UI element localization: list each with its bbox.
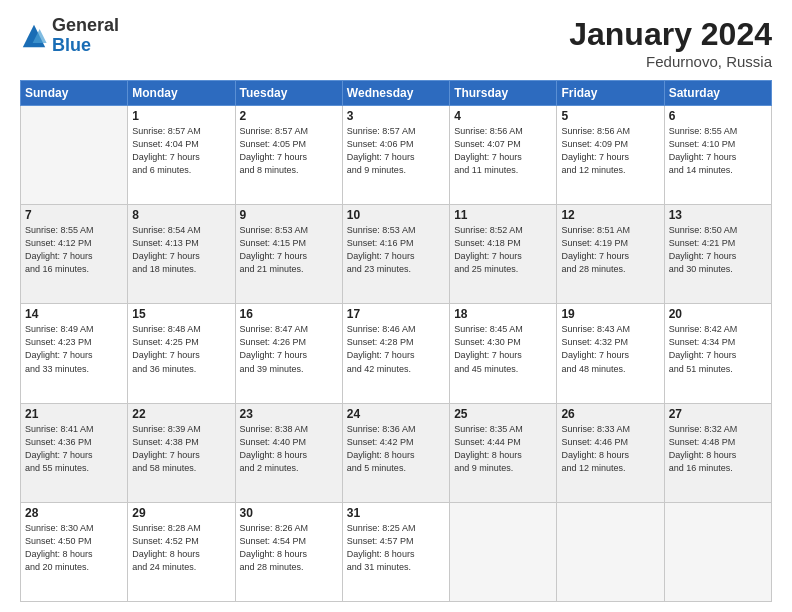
logo: General Blue <box>20 16 119 56</box>
day-info: Sunrise: 8:28 AMSunset: 4:52 PMDaylight:… <box>132 522 230 574</box>
day-number: 7 <box>25 208 123 222</box>
day-info: Sunrise: 8:51 AMSunset: 4:19 PMDaylight:… <box>561 224 659 276</box>
day-info: Sunrise: 8:50 AMSunset: 4:21 PMDaylight:… <box>669 224 767 276</box>
calendar-week-row: 1Sunrise: 8:57 AMSunset: 4:04 PMDaylight… <box>21 106 772 205</box>
day-number: 26 <box>561 407 659 421</box>
day-number: 22 <box>132 407 230 421</box>
table-row: 30Sunrise: 8:26 AMSunset: 4:54 PMDayligh… <box>235 502 342 601</box>
day-info: Sunrise: 8:30 AMSunset: 4:50 PMDaylight:… <box>25 522 123 574</box>
day-info: Sunrise: 8:52 AMSunset: 4:18 PMDaylight:… <box>454 224 552 276</box>
day-number: 30 <box>240 506 338 520</box>
day-info: Sunrise: 8:35 AMSunset: 4:44 PMDaylight:… <box>454 423 552 475</box>
table-row: 19Sunrise: 8:43 AMSunset: 4:32 PMDayligh… <box>557 304 664 403</box>
table-row <box>450 502 557 601</box>
logo-blue-text: Blue <box>52 36 119 56</box>
logo-general-text: General <box>52 16 119 36</box>
table-row: 25Sunrise: 8:35 AMSunset: 4:44 PMDayligh… <box>450 403 557 502</box>
day-number: 28 <box>25 506 123 520</box>
table-row: 8Sunrise: 8:54 AMSunset: 4:13 PMDaylight… <box>128 205 235 304</box>
day-info: Sunrise: 8:57 AMSunset: 4:04 PMDaylight:… <box>132 125 230 177</box>
table-row <box>21 106 128 205</box>
table-row: 9Sunrise: 8:53 AMSunset: 4:15 PMDaylight… <box>235 205 342 304</box>
day-number: 8 <box>132 208 230 222</box>
day-number: 6 <box>669 109 767 123</box>
col-saturday: Saturday <box>664 81 771 106</box>
header: General Blue January 2024 Fedurnovo, Rus… <box>20 16 772 70</box>
table-row <box>664 502 771 601</box>
day-number: 18 <box>454 307 552 321</box>
day-info: Sunrise: 8:57 AMSunset: 4:05 PMDaylight:… <box>240 125 338 177</box>
day-info: Sunrise: 8:41 AMSunset: 4:36 PMDaylight:… <box>25 423 123 475</box>
title-block: January 2024 Fedurnovo, Russia <box>569 16 772 70</box>
day-number: 2 <box>240 109 338 123</box>
day-info: Sunrise: 8:42 AMSunset: 4:34 PMDaylight:… <box>669 323 767 375</box>
day-number: 4 <box>454 109 552 123</box>
table-row: 11Sunrise: 8:52 AMSunset: 4:18 PMDayligh… <box>450 205 557 304</box>
table-row: 27Sunrise: 8:32 AMSunset: 4:48 PMDayligh… <box>664 403 771 502</box>
table-row: 7Sunrise: 8:55 AMSunset: 4:12 PMDaylight… <box>21 205 128 304</box>
day-info: Sunrise: 8:25 AMSunset: 4:57 PMDaylight:… <box>347 522 445 574</box>
col-monday: Monday <box>128 81 235 106</box>
table-row: 28Sunrise: 8:30 AMSunset: 4:50 PMDayligh… <box>21 502 128 601</box>
day-info: Sunrise: 8:26 AMSunset: 4:54 PMDaylight:… <box>240 522 338 574</box>
day-info: Sunrise: 8:46 AMSunset: 4:28 PMDaylight:… <box>347 323 445 375</box>
day-info: Sunrise: 8:48 AMSunset: 4:25 PMDaylight:… <box>132 323 230 375</box>
col-thursday: Thursday <box>450 81 557 106</box>
day-number: 14 <box>25 307 123 321</box>
table-row: 29Sunrise: 8:28 AMSunset: 4:52 PMDayligh… <box>128 502 235 601</box>
day-number: 20 <box>669 307 767 321</box>
col-friday: Friday <box>557 81 664 106</box>
day-number: 29 <box>132 506 230 520</box>
day-number: 31 <box>347 506 445 520</box>
day-number: 19 <box>561 307 659 321</box>
calendar-week-row: 14Sunrise: 8:49 AMSunset: 4:23 PMDayligh… <box>21 304 772 403</box>
day-info: Sunrise: 8:43 AMSunset: 4:32 PMDaylight:… <box>561 323 659 375</box>
month-year: January 2024 <box>569 16 772 53</box>
day-number: 23 <box>240 407 338 421</box>
day-number: 16 <box>240 307 338 321</box>
day-info: Sunrise: 8:32 AMSunset: 4:48 PMDaylight:… <box>669 423 767 475</box>
table-row: 23Sunrise: 8:38 AMSunset: 4:40 PMDayligh… <box>235 403 342 502</box>
day-info: Sunrise: 8:54 AMSunset: 4:13 PMDaylight:… <box>132 224 230 276</box>
day-info: Sunrise: 8:53 AMSunset: 4:15 PMDaylight:… <box>240 224 338 276</box>
table-row: 31Sunrise: 8:25 AMSunset: 4:57 PMDayligh… <box>342 502 449 601</box>
table-row: 26Sunrise: 8:33 AMSunset: 4:46 PMDayligh… <box>557 403 664 502</box>
day-number: 25 <box>454 407 552 421</box>
day-info: Sunrise: 8:45 AMSunset: 4:30 PMDaylight:… <box>454 323 552 375</box>
table-row: 18Sunrise: 8:45 AMSunset: 4:30 PMDayligh… <box>450 304 557 403</box>
day-info: Sunrise: 8:36 AMSunset: 4:42 PMDaylight:… <box>347 423 445 475</box>
table-row <box>557 502 664 601</box>
day-info: Sunrise: 8:33 AMSunset: 4:46 PMDaylight:… <box>561 423 659 475</box>
col-tuesday: Tuesday <box>235 81 342 106</box>
logo-text: General Blue <box>52 16 119 56</box>
day-number: 11 <box>454 208 552 222</box>
table-row: 22Sunrise: 8:39 AMSunset: 4:38 PMDayligh… <box>128 403 235 502</box>
day-number: 17 <box>347 307 445 321</box>
day-number: 13 <box>669 208 767 222</box>
page: General Blue January 2024 Fedurnovo, Rus… <box>0 0 792 612</box>
day-info: Sunrise: 8:55 AMSunset: 4:12 PMDaylight:… <box>25 224 123 276</box>
day-number: 3 <box>347 109 445 123</box>
table-row: 12Sunrise: 8:51 AMSunset: 4:19 PMDayligh… <box>557 205 664 304</box>
table-row: 24Sunrise: 8:36 AMSunset: 4:42 PMDayligh… <box>342 403 449 502</box>
calendar-header-row: Sunday Monday Tuesday Wednesday Thursday… <box>21 81 772 106</box>
calendar-week-row: 21Sunrise: 8:41 AMSunset: 4:36 PMDayligh… <box>21 403 772 502</box>
day-number: 12 <box>561 208 659 222</box>
day-info: Sunrise: 8:53 AMSunset: 4:16 PMDaylight:… <box>347 224 445 276</box>
table-row: 15Sunrise: 8:48 AMSunset: 4:25 PMDayligh… <box>128 304 235 403</box>
table-row: 10Sunrise: 8:53 AMSunset: 4:16 PMDayligh… <box>342 205 449 304</box>
col-wednesday: Wednesday <box>342 81 449 106</box>
table-row: 14Sunrise: 8:49 AMSunset: 4:23 PMDayligh… <box>21 304 128 403</box>
day-info: Sunrise: 8:56 AMSunset: 4:09 PMDaylight:… <box>561 125 659 177</box>
table-row: 1Sunrise: 8:57 AMSunset: 4:04 PMDaylight… <box>128 106 235 205</box>
day-number: 9 <box>240 208 338 222</box>
table-row: 20Sunrise: 8:42 AMSunset: 4:34 PMDayligh… <box>664 304 771 403</box>
table-row: 3Sunrise: 8:57 AMSunset: 4:06 PMDaylight… <box>342 106 449 205</box>
day-info: Sunrise: 8:49 AMSunset: 4:23 PMDaylight:… <box>25 323 123 375</box>
day-info: Sunrise: 8:55 AMSunset: 4:10 PMDaylight:… <box>669 125 767 177</box>
table-row: 5Sunrise: 8:56 AMSunset: 4:09 PMDaylight… <box>557 106 664 205</box>
day-info: Sunrise: 8:47 AMSunset: 4:26 PMDaylight:… <box>240 323 338 375</box>
day-info: Sunrise: 8:57 AMSunset: 4:06 PMDaylight:… <box>347 125 445 177</box>
day-number: 27 <box>669 407 767 421</box>
table-row: 21Sunrise: 8:41 AMSunset: 4:36 PMDayligh… <box>21 403 128 502</box>
